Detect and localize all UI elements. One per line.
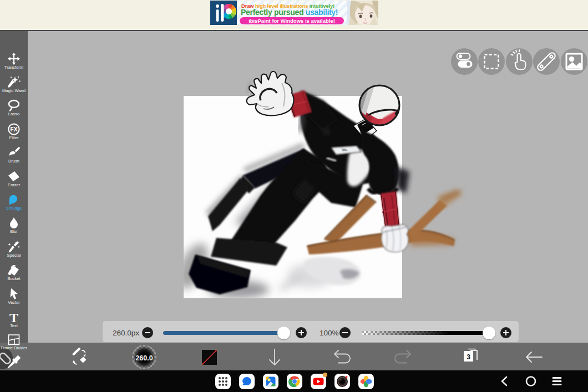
svg-text:T: T [9,311,18,323]
svg-text:FX: FX [11,126,18,133]
svg-text:260.0: 260.0 [135,354,153,362]
svg-text:3: 3 [467,353,470,361]
